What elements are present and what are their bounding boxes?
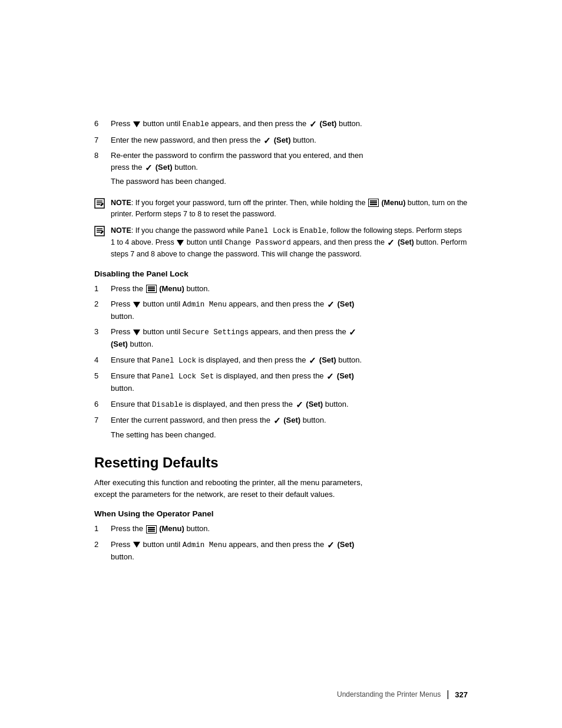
check-icon-2: ✓ <box>263 136 271 145</box>
operator-step-1: 1 Press the (Menu) button. <box>94 523 468 535</box>
set-label-2: (Set) <box>274 136 291 144</box>
check-icon-3: ✓ <box>145 163 153 172</box>
page-footer: Understanding the Printer Menus | 327 <box>0 689 562 700</box>
check-icon-d7: ✓ <box>273 416 281 425</box>
setting-changed-note: The setting has been changed. <box>111 429 468 441</box>
arrow-down-icon <box>133 121 140 127</box>
d-step-num-5: 5 <box>94 370 111 394</box>
footer-separator: | <box>447 689 449 700</box>
enable-code: Enable <box>183 120 209 129</box>
operator-step-2: 2 Press button until Admin Menu appears,… <box>94 539 468 562</box>
arrow-icon-op2 <box>133 542 140 548</box>
check-icon: ✓ <box>309 120 317 129</box>
disabling-step-7: 7 Enter the current password, and then p… <box>94 414 468 440</box>
step-content-6: Press button until Enable appears, and t… <box>111 118 468 130</box>
password-changed-note: The password has been changed. <box>111 176 468 187</box>
arrow-icon-d3 <box>133 330 140 335</box>
note-icon-2 <box>94 225 111 259</box>
intro-text: After executing this function and reboot… <box>94 477 468 500</box>
note-text-1: NOTE: If you forget your password, turn … <box>111 197 468 220</box>
d-step-num-4: 4 <box>94 354 111 367</box>
d-step-content-6: Ensure that Disable is displayed, and th… <box>111 398 468 411</box>
set-label-3: (Set) <box>156 163 173 172</box>
d-step-num-2: 2 <box>94 298 111 322</box>
disabling-step-4: 4 Ensure that Panel Lock is displayed, a… <box>94 354 468 367</box>
d-step-content-4: Ensure that Panel Lock is displayed, and… <box>111 354 468 367</box>
disabling-step-1: 1 Press the (Menu) button. <box>94 283 468 295</box>
menu-icon-inline-op1 <box>146 525 157 533</box>
step-content-7: Enter the new password, and then press t… <box>111 134 468 146</box>
arrow-down-icon-note <box>177 240 184 246</box>
op-step-content-1: Press the (Menu) button. <box>111 523 468 535</box>
step-content-8: Re-enter the password to confirm the pas… <box>111 150 468 192</box>
disabling-step-3: 3 Press button until Secure Settings app… <box>94 326 468 350</box>
check-icon-d5: ✓ <box>326 372 334 381</box>
d-step-content-3: Press button until Secure Settings appea… <box>111 326 468 350</box>
set-label: (Set) <box>319 119 336 128</box>
step-num-6: 6 <box>94 118 111 130</box>
check-icon-d6: ✓ <box>296 400 303 409</box>
note-block-2: NOTE: If you change the password while P… <box>94 225 468 259</box>
disabling-steps-list: 1 Press the (Menu) button. 2 Press butto… <box>94 283 468 441</box>
d-step-content-1: Press the (Menu) button. <box>111 283 468 295</box>
note-block-1: NOTE: If you forget your password, turn … <box>94 197 468 220</box>
check-icon-note: ✓ <box>387 238 395 247</box>
step-item-7: 7 Enter the new password, and then press… <box>94 134 468 146</box>
step-item-6: 6 Press button until Enable appears, and… <box>94 118 468 130</box>
operator-panel-heading: When Using the Operator Panel <box>94 509 468 518</box>
menu-icon-inline-d1 <box>146 285 157 293</box>
step-item-8: 8 Re-enter the password to confirm the p… <box>94 150 468 192</box>
step-num-8: 8 <box>94 150 111 192</box>
d-step-num-1: 1 <box>94 283 111 295</box>
step-num-7: 7 <box>94 134 111 146</box>
check-icon-d3: ✓ <box>349 328 356 337</box>
operator-steps-list: 1 Press the (Menu) button. 2 Press butto… <box>94 523 468 562</box>
op-step-content-2: Press button until Admin Menu appears, a… <box>111 539 468 562</box>
op-step-num-1: 1 <box>94 523 111 535</box>
pencil-note-icon-1 <box>94 198 105 209</box>
d-step-num-7: 7 <box>94 414 111 440</box>
d-step-content-2: Press button until Admin Menu appears, a… <box>111 298 468 322</box>
note-icon-1 <box>94 197 111 220</box>
menu-icon-inline-1 <box>368 199 379 207</box>
d-step-content-7: Enter the current password, and then pre… <box>111 414 468 440</box>
disabling-step-6: 6 Ensure that Disable is displayed, and … <box>94 398 468 411</box>
check-icon-d2: ✓ <box>327 300 335 309</box>
op-step-num-2: 2 <box>94 539 111 562</box>
check-icon-d4: ✓ <box>309 356 316 365</box>
menu-label-op1: (Menu) <box>159 524 184 533</box>
top-steps-list: 6 Press button until Enable appears, and… <box>94 118 468 192</box>
pencil-note-icon-2 <box>94 226 105 236</box>
note-text-2: NOTE: If you change the password while P… <box>111 225 468 259</box>
menu-label-d1: (Menu) <box>159 284 184 293</box>
disabling-step-2: 2 Press button until Admin Menu appears,… <box>94 298 468 322</box>
d-step-num-6: 6 <box>94 398 111 411</box>
page-content: 6 Press button until Enable appears, and… <box>0 0 562 615</box>
footer-page-number: 327 <box>455 690 468 699</box>
check-icon-op2: ✓ <box>327 541 335 549</box>
d-step-content-5: Ensure that Panel Lock Set is displayed,… <box>111 370 468 394</box>
footer-label: Understanding the Printer Menus <box>337 690 441 699</box>
d-step-num-3: 3 <box>94 326 111 350</box>
disabling-step-5: 5 Ensure that Panel Lock Set is displaye… <box>94 370 468 394</box>
arrow-icon-d2 <box>133 302 140 308</box>
disabling-heading: Disabling the Panel Lock <box>94 269 468 278</box>
main-heading: Resetting Defaults <box>94 454 468 471</box>
